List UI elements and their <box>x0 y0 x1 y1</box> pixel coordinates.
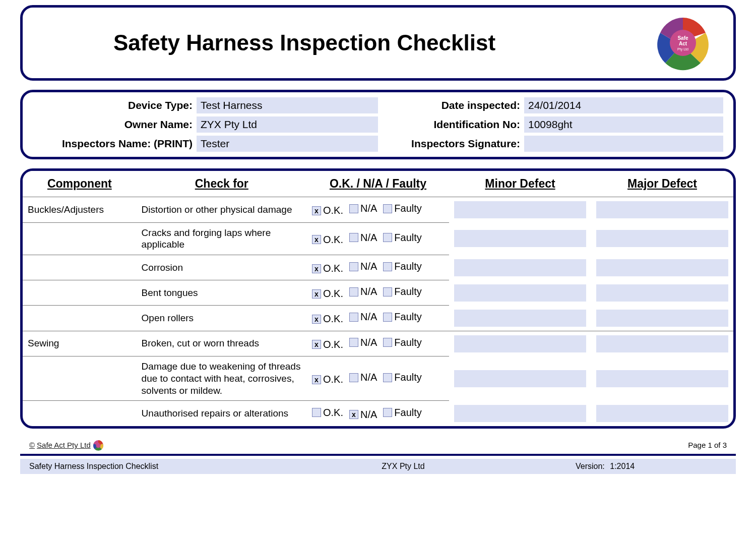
inspectors-signature-label: Inspectors Signature: <box>378 138 524 150</box>
minor-defect-cell <box>449 197 591 223</box>
ok-checkbox[interactable]: x <box>312 315 321 324</box>
col-ok-na-faulty: O.K. / N/A / Faulty <box>307 171 449 197</box>
na-checkbox-label: N/A <box>360 337 377 348</box>
col-minor-defect: Minor Defect <box>449 171 591 197</box>
inspectors-signature-value[interactable] <box>524 136 723 152</box>
svg-text:Safe: Safe <box>677 35 688 41</box>
faulty-checkbox[interactable] <box>383 287 392 296</box>
faulty-checkbox[interactable] <box>383 233 392 242</box>
ok-checkbox-label: O.K. <box>323 288 343 300</box>
ok-checkbox-option: xO.K. <box>312 263 343 274</box>
na-checkbox[interactable] <box>349 262 358 271</box>
inspectors-name-value[interactable]: Tester <box>197 136 378 152</box>
device-type-value[interactable]: Test Harness <box>197 97 378 113</box>
minor-defect-input[interactable] <box>454 201 586 218</box>
col-major-defect: Major Defect <box>591 171 733 197</box>
table-row: Open rollersxO.K.N/AFaulty <box>23 306 733 331</box>
minor-defect-cell <box>449 306 591 331</box>
ok-checkbox-label: O.K. <box>323 313 343 325</box>
table-row: CorrosionxO.K.N/AFaulty <box>23 255 733 280</box>
ok-checkbox-label: O.K. <box>323 339 343 350</box>
major-defect-cell <box>591 306 733 331</box>
component-cell <box>23 356 137 401</box>
major-defect-input[interactable] <box>596 259 728 276</box>
na-checkbox[interactable] <box>349 233 358 242</box>
major-defect-input[interactable] <box>596 201 728 218</box>
faulty-checkbox[interactable] <box>383 204 392 213</box>
status-cell: xO.K.N/AFaulty <box>307 356 449 401</box>
table-row: Bent tonguesxO.K.N/AFaulty <box>23 280 733 306</box>
faulty-checkbox[interactable] <box>383 262 392 271</box>
check-for-cell: Broken, cut or worn threads <box>137 331 307 356</box>
ok-checkbox[interactable]: x <box>312 206 321 215</box>
minor-defect-input[interactable] <box>454 335 586 352</box>
status-cell: xO.K.N/AFaulty <box>307 255 449 280</box>
copyright: © Safe Act Pty Ltd <box>29 440 104 451</box>
ok-checkbox[interactable] <box>312 408 321 417</box>
faulty-checkbox-option: Faulty <box>383 232 421 244</box>
minor-defect-input[interactable] <box>454 370 586 387</box>
check-for-cell: Cracks and forging laps where applicable <box>137 222 307 255</box>
identification-no-value[interactable]: 10098ght <box>524 116 723 133</box>
status-cell: xO.K.N/AFaulty <box>307 331 449 356</box>
date-inspected-value[interactable]: 24/01/2014 <box>524 97 723 113</box>
major-defect-cell <box>591 222 733 255</box>
component-cell <box>23 255 137 280</box>
faulty-checkbox[interactable] <box>383 373 392 382</box>
major-defect-cell <box>591 401 733 426</box>
major-defect-cell <box>591 197 733 223</box>
date-inspected-label: Date inspected: <box>378 99 524 111</box>
na-checkbox-label: N/A <box>360 203 377 214</box>
na-checkbox[interactable] <box>349 338 358 347</box>
minor-defect-cell <box>449 255 591 280</box>
ok-checkbox[interactable]: x <box>312 264 321 273</box>
ok-checkbox-option: xO.K. <box>312 374 343 385</box>
major-defect-input[interactable] <box>596 335 728 352</box>
na-checkbox-label: N/A <box>360 261 377 272</box>
na-checkbox[interactable] <box>349 204 358 213</box>
na-checkbox-option: N/A <box>349 286 377 298</box>
major-defect-input[interactable] <box>596 310 728 327</box>
major-defect-input[interactable] <box>596 284 728 302</box>
minor-defect-input[interactable] <box>454 405 586 422</box>
minor-defect-input[interactable] <box>454 230 586 247</box>
owner-name-value[interactable]: ZYX Pty Ltd <box>197 116 378 133</box>
ok-checkbox-label: O.K. <box>323 263 343 274</box>
minor-defect-cell <box>449 331 591 356</box>
table-row: SewingBroken, cut or worn threadsxO.K.N/… <box>23 331 733 356</box>
ok-checkbox[interactable]: x <box>312 340 321 349</box>
na-checkbox[interactable]: x <box>349 410 358 419</box>
na-checkbox[interactable] <box>349 373 358 382</box>
ok-checkbox[interactable]: x <box>312 375 321 384</box>
checklist-frame: Component Check for O.K. / N/A / Faulty … <box>20 168 736 429</box>
footer-doc-title: Safety Harness Inspection Checklist <box>29 462 231 471</box>
footer-version-value: 1:2014 <box>610 462 635 470</box>
na-checkbox-label: N/A <box>360 311 377 323</box>
minor-defect-input[interactable] <box>454 284 586 302</box>
ok-checkbox[interactable]: x <box>312 235 321 244</box>
faulty-checkbox-label: Faulty <box>394 337 421 348</box>
major-defect-input[interactable] <box>596 405 728 422</box>
na-checkbox[interactable] <box>349 287 358 296</box>
col-component: Component <box>23 171 137 197</box>
faulty-checkbox-option: Faulty <box>383 337 421 348</box>
minor-defect-input[interactable] <box>454 259 586 276</box>
table-row: Cracks and forging laps where applicable… <box>23 222 733 255</box>
na-checkbox[interactable] <box>349 313 358 322</box>
major-defect-input[interactable] <box>596 230 728 247</box>
component-cell: Sewing <box>23 331 137 356</box>
footer-version-label: Version: <box>576 462 605 470</box>
faulty-checkbox[interactable] <box>383 313 392 322</box>
major-defect-cell <box>591 280 733 306</box>
footer-info-row: Safety Harness Inspection Checklist ZYX … <box>20 459 736 474</box>
copyright-text: Safe Act Pty Ltd <box>37 441 91 449</box>
minor-defect-input[interactable] <box>454 310 586 327</box>
ok-checkbox-option: xO.K. <box>312 313 343 325</box>
faulty-checkbox-label: Faulty <box>394 286 421 298</box>
component-cell <box>23 222 137 255</box>
faulty-checkbox[interactable] <box>383 338 392 347</box>
faulty-checkbox[interactable] <box>383 408 392 417</box>
na-checkbox-option: N/A <box>349 261 377 272</box>
ok-checkbox[interactable]: x <box>312 289 321 299</box>
major-defect-input[interactable] <box>596 370 728 387</box>
